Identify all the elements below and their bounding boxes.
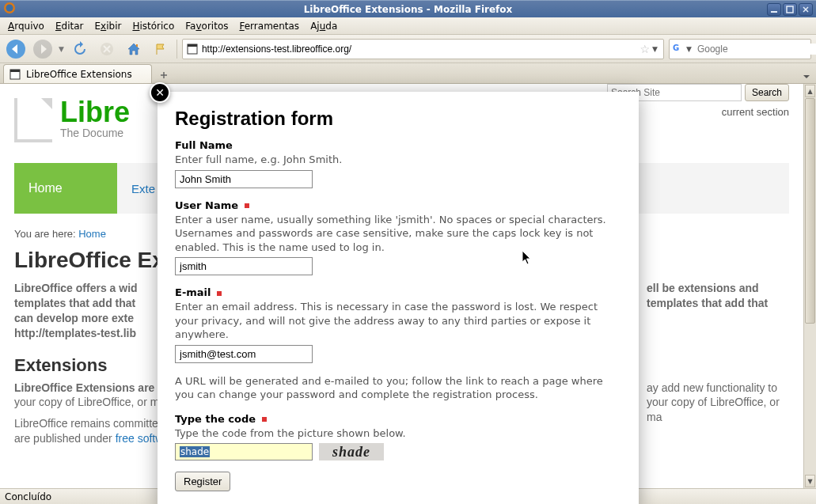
- bookmark-flag-icon[interactable]: [150, 38, 172, 60]
- user-name-help: Enter a user name, usually something lik…: [175, 213, 621, 255]
- scroll-down-button[interactable]: ▼: [805, 475, 815, 487]
- scroll-thumb[interactable]: [805, 98, 815, 324]
- menu-exibir[interactable]: Exibir: [90, 19, 127, 33]
- code-help: Type the code from the picture shown bel…: [175, 426, 621, 441]
- user-name-label: User Name: [175, 199, 621, 211]
- email-note: A URL will be generated and e-mailed to …: [175, 374, 621, 402]
- email-help: Enter an email address. This is necessar…: [175, 300, 621, 342]
- menu-editar[interactable]: Editar: [51, 19, 89, 33]
- firefox-icon: [3, 2, 16, 17]
- scroll-up-button[interactable]: ▲: [805, 85, 815, 97]
- menu-favoritos[interactable]: Favoritos: [180, 19, 233, 33]
- user-name-input[interactable]: [175, 257, 313, 275]
- captcha-image: shade: [319, 443, 384, 460]
- code-input[interactable]: shade: [175, 443, 313, 460]
- svg-text:G: G: [673, 44, 679, 52]
- site-search-button[interactable]: Search: [745, 84, 789, 101]
- home-button[interactable]: [123, 38, 145, 60]
- menu-ajuda[interactable]: Ajuda: [306, 19, 342, 33]
- tab-strip: LibreOffice Extensions: [0, 63, 816, 84]
- search-engine-dropdown[interactable]: ▼: [686, 45, 692, 53]
- close-button[interactable]: [799, 3, 813, 16]
- menu-arquivo[interactable]: Arquivo: [3, 19, 49, 33]
- nav-home[interactable]: Home: [14, 163, 117, 214]
- site-logo[interactable]: Libre The Docume: [14, 98, 130, 142]
- full-name-label: Full Name: [175, 139, 621, 151]
- site-favicon: [186, 43, 199, 55]
- maximize-button[interactable]: [783, 3, 797, 16]
- url-bar[interactable]: ☆ ▼: [182, 39, 664, 59]
- code-label: Type the code: [175, 413, 621, 425]
- modal-title: Registration form: [175, 108, 621, 130]
- back-button[interactable]: [5, 38, 27, 60]
- required-icon: [217, 291, 222, 296]
- bookmark-star-icon[interactable]: ☆: [640, 43, 651, 55]
- modal-close-button[interactable]: ✕: [150, 82, 170, 103]
- google-icon: G: [673, 42, 684, 55]
- svg-rect-3: [787, 6, 793, 13]
- register-button[interactable]: Register: [175, 472, 230, 491]
- minimize-button[interactable]: [767, 3, 781, 16]
- logo-mark-icon: [14, 98, 52, 142]
- svg-rect-19: [10, 70, 20, 72]
- navigation-toolbar: ▼ ☆ ▼ G ▼: [0, 35, 816, 63]
- window-title: LibreOffice Extensions - Mozilla Firefox: [304, 4, 513, 15]
- section-hint: current section: [722, 106, 789, 118]
- required-icon: [262, 417, 267, 422]
- nav-history-dropdown[interactable]: ▼: [59, 45, 64, 53]
- email-input[interactable]: [175, 345, 313, 363]
- email-label: E-mail: [175, 286, 621, 298]
- full-name-help: Enter full name, e.g. John Smith.: [175, 153, 621, 167]
- breadcrumb-home[interactable]: Home: [78, 228, 106, 240]
- url-input[interactable]: [199, 44, 640, 55]
- required-icon: [245, 203, 249, 208]
- svg-rect-13: [188, 44, 197, 47]
- status-text: Concluído: [5, 491, 51, 502]
- vertical-scrollbar[interactable]: ▲ ▼: [803, 84, 816, 488]
- logo-tagline: The Docume: [60, 127, 130, 139]
- menu-ferramentas[interactable]: Ferramentas: [234, 19, 304, 33]
- close-icon: ✕: [155, 86, 165, 99]
- search-bar[interactable]: G ▼: [669, 39, 811, 59]
- tab-favicon: [9, 68, 21, 81]
- registration-modal: ✕ Registration form Full Name Enter full…: [158, 92, 639, 504]
- new-tab-button[interactable]: [155, 67, 173, 83]
- tab-title: LibreOffice Extensions: [26, 69, 132, 80]
- tab-libreoffice-extensions[interactable]: LibreOffice Extensions: [3, 64, 152, 83]
- stop-button: [96, 38, 118, 60]
- svg-rect-2: [771, 11, 777, 13]
- logo-name: Libre: [60, 98, 130, 127]
- svg-point-1: [6, 5, 13, 12]
- menubar: Arquivo Editar Exibir Histórico Favorito…: [0, 17, 816, 35]
- toolbar-separator: [176, 40, 177, 59]
- forward-button[interactable]: [32, 38, 54, 60]
- search-input[interactable]: [694, 44, 816, 55]
- svg-rect-11: [136, 44, 138, 47]
- tab-list-dropdown[interactable]: [800, 70, 813, 83]
- full-name-input[interactable]: [175, 170, 313, 188]
- url-dropdown-icon[interactable]: ▼: [652, 45, 658, 53]
- scroll-track[interactable]: [804, 98, 816, 474]
- menu-historico[interactable]: Histórico: [127, 19, 179, 33]
- reload-button[interactable]: [69, 38, 91, 60]
- window-titlebar: LibreOffice Extensions - Mozilla Firefox: [0, 0, 816, 17]
